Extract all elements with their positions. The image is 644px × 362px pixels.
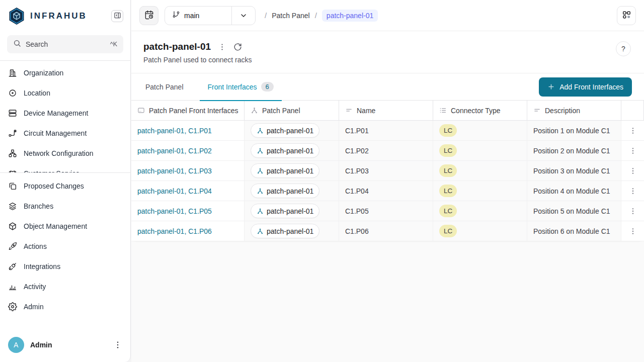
branches-icon	[8, 202, 17, 211]
patch-panel-chip-label: patch-panel-01	[267, 127, 313, 135]
sidebar-item-label: Object Management	[24, 222, 87, 230]
table-row-description-cell: Position 2 on Module C1	[527, 141, 621, 161]
sidebar-item-label: Network Configuration	[24, 149, 94, 157]
connector-type-badge: LC	[439, 205, 457, 217]
sidebar-item-circuit-management[interactable]: Circuit Management	[0, 123, 130, 143]
list-icon	[439, 107, 447, 114]
refresh-icon[interactable]	[233, 43, 242, 51]
row-kebab-icon[interactable]	[629, 227, 637, 235]
sidebar-item-actions[interactable]: Actions	[0, 236, 130, 256]
sidebar-item-location[interactable]: Location	[0, 83, 130, 103]
sidebar-item-admin[interactable]: Admin	[0, 297, 130, 317]
add-front-interfaces-button[interactable]: Add Front Interfaces	[539, 77, 632, 97]
patch-panel-chip[interactable]: patch-panel-01	[251, 204, 319, 218]
breadcrumb-current[interactable]: patch-panel-01	[322, 10, 378, 22]
row-kebab-icon[interactable]	[629, 187, 637, 195]
column-header-patch-panel-front-interfaces[interactable]: Patch Panel Front Interfaces	[131, 101, 245, 121]
calendar-clock-icon	[144, 10, 154, 21]
patch-panel-chip-label: patch-panel-01	[267, 147, 313, 155]
table-row-display-cell: patch-panel-01, C1.P06	[131, 221, 245, 241]
table-row-connector-cell: LC	[433, 181, 527, 201]
tab-patch-panel[interactable]: Patch Panel	[143, 73, 186, 101]
collapse-sidebar-button[interactable]	[111, 10, 123, 22]
row-kebab-icon[interactable]	[629, 147, 637, 155]
table-row-name-cell: C1.P02	[339, 141, 433, 161]
table-row-actions-cell	[621, 141, 644, 161]
sidebar-item-proposed-changes[interactable]: Proposed Changes	[0, 176, 130, 196]
table-row-description-cell: Position 5 on Module C1	[527, 201, 621, 221]
tab-front-interfaces[interactable]: Front Interfaces 6	[206, 73, 276, 101]
row-kebab-icon[interactable]	[629, 167, 637, 175]
search-shortcut: ^K	[110, 41, 117, 48]
sidebar-item-branches[interactable]: Branches	[0, 196, 130, 216]
table-row-name-cell: C1.P04	[339, 181, 433, 201]
table-row-connector-cell: LC	[433, 201, 527, 221]
column-header-actions	[621, 101, 644, 121]
branch-selector[interactable]: main	[165, 6, 256, 25]
sidebar-item-organization[interactable]: Organization	[0, 63, 130, 83]
table-row-actions-cell	[621, 181, 644, 201]
patch-panel-chip-label: patch-panel-01	[267, 167, 313, 175]
column-header-label: Connector Type	[451, 107, 501, 115]
interface-link[interactable]: patch-panel-01, C1.P04	[137, 187, 212, 195]
sidebar: INFRAHUB Search ^K OrganizationLocationD…	[0, 0, 131, 362]
handshake-icon	[8, 169, 17, 172]
table-row-description-cell: Position 4 on Module C1	[527, 181, 621, 201]
table-row-patch-panel-cell: patch-panel-01	[245, 141, 339, 161]
table-row-actions-cell	[621, 161, 644, 181]
proposed-changes-icon	[8, 182, 17, 191]
front-interfaces-table: Patch Panel Front InterfacesPatch PanelN…	[131, 101, 644, 241]
search-input[interactable]: Search ^K	[7, 35, 123, 53]
sidebar-item-label: Actions	[24, 242, 47, 250]
column-header-label: Patch Panel Front Interfaces	[149, 107, 238, 115]
table-row-connector-cell: LC	[433, 141, 527, 161]
patch-panel-chip-label: patch-panel-01	[267, 187, 313, 195]
sidebar-item-activity[interactable]: Activity	[0, 277, 130, 297]
column-header-description[interactable]: Description	[527, 101, 621, 121]
table-row-actions-cell	[621, 201, 644, 221]
sidebar-item-network-configuration[interactable]: Network Configuration	[0, 143, 130, 163]
tab-front-interfaces-label: Front Interfaces	[208, 83, 257, 91]
table-row-name-cell: C1.P01	[339, 121, 433, 141]
interface-link[interactable]: patch-panel-01, C1.P02	[137, 147, 212, 155]
server-icon	[8, 109, 17, 118]
tab-patch-panel-label: Patch Panel	[145, 83, 184, 91]
row-kebab-icon[interactable]	[629, 207, 637, 215]
git-branch-icon	[172, 11, 180, 21]
interface-link[interactable]: patch-panel-01, C1.P06	[137, 227, 212, 235]
hierarchy-icon	[257, 127, 264, 134]
sidebar-item-label: Location	[24, 89, 50, 97]
table-row-description-cell: Position 6 on Module C1	[527, 221, 621, 241]
help-button[interactable]: ?	[616, 41, 631, 56]
sidebar-item-integrations[interactable]: Integrations	[0, 256, 130, 277]
patch-panel-chip[interactable]: patch-panel-01	[251, 123, 319, 138]
hierarchy-icon	[257, 188, 264, 195]
patch-panel-chip[interactable]: patch-panel-01	[251, 163, 319, 178]
sidebar-item-label: Circuit Management	[24, 129, 87, 137]
sidebar-nav-primary: OrganizationLocationDevice ManagementCir…	[0, 61, 130, 172]
row-kebab-icon[interactable]	[629, 127, 637, 135]
interface-link[interactable]: patch-panel-01, C1.P03	[137, 167, 212, 175]
breadcrumb: / Patch Panel / patch-panel-01	[265, 10, 378, 22]
time-travel-button[interactable]	[139, 6, 158, 25]
plug-icon	[8, 262, 17, 271]
user-menu-kebab-icon[interactable]	[113, 340, 122, 349]
column-header-name[interactable]: Name	[339, 101, 433, 121]
sidebar-item-object-management[interactable]: Object Management	[0, 216, 130, 236]
patch-panel-chip[interactable]: patch-panel-01	[251, 143, 319, 158]
table-row-patch-panel-cell: patch-panel-01	[245, 161, 339, 181]
table-row-display-cell: patch-panel-01, C1.P05	[131, 201, 245, 221]
table-row-display-cell: patch-panel-01, C1.P03	[131, 161, 245, 181]
breadcrumb-patch-panel[interactable]: Patch Panel	[272, 12, 310, 20]
sidebar-item-customer-service[interactable]: Customer Service	[0, 163, 130, 172]
sidebar-item-device-management[interactable]: Device Management	[0, 103, 130, 123]
interface-link[interactable]: patch-panel-01, C1.P01	[137, 127, 212, 135]
column-header-patch-panel[interactable]: Patch Panel	[245, 101, 339, 121]
patch-panel-chip[interactable]: patch-panel-01	[251, 224, 319, 238]
sidebar-item-label: Integrations	[24, 262, 60, 270]
page-kebab-icon[interactable]	[218, 43, 226, 51]
column-header-connector-type[interactable]: Connector Type	[433, 101, 527, 121]
patch-panel-chip[interactable]: patch-panel-01	[251, 184, 319, 198]
interface-link[interactable]: patch-panel-01, C1.P05	[137, 207, 212, 215]
schema-button[interactable]	[617, 6, 636, 25]
